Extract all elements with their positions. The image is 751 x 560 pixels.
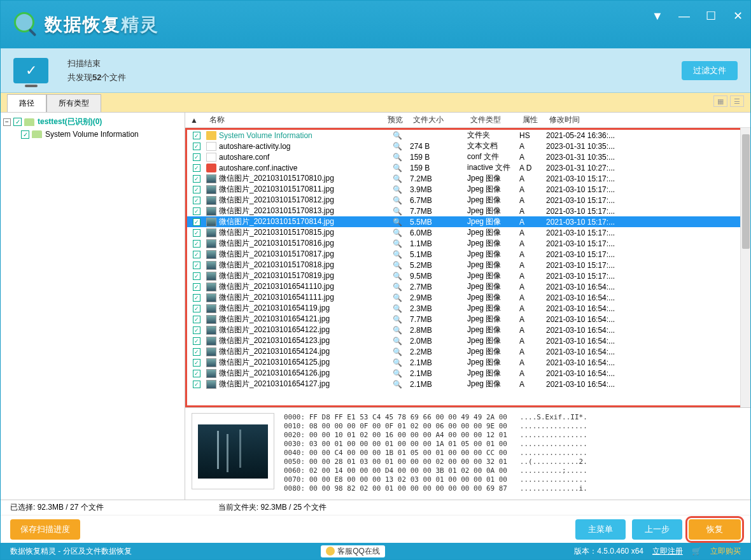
col-size[interactable]: 文件大小 [408,112,465,128]
col-date[interactable]: 修改时间 [544,112,643,128]
file-row[interactable]: ✓微信图片_202103101654126.jpg🔍2.1MBJpeg 图像A2… [187,368,740,379]
magnifier-icon[interactable]: 🔍 [384,304,410,313]
checkbox-icon[interactable]: ✓ [193,283,200,291]
maximize-button[interactable]: ☐ [705,10,717,22]
magnifier-icon[interactable]: 🔍 [384,196,410,205]
dropdown-icon[interactable]: ▼ [651,10,664,22]
checkbox-icon[interactable]: ✓ [193,294,200,302]
tab-types[interactable]: 所有类型 [46,94,101,112]
magnifier-icon[interactable]: 🔍 [384,293,410,302]
file-row[interactable]: ✓微信图片_20210310151708​14.jpg🔍5.5MBJpeg 图像… [187,216,740,227]
magnifier-icon[interactable]: 🔍 [384,272,410,281]
main-menu-button[interactable]: 主菜单 [575,519,626,540]
file-row[interactable]: ✓System Volume Information🔍文件夹HS2021-05-… [187,130,740,141]
register-link[interactable]: 立即注册 [652,546,683,557]
tree-child[interactable]: ✓ System Volume Information [21,129,182,140]
tree-root[interactable]: − ✓ testtest(已识别)(0) [3,115,182,129]
checkbox-icon[interactable]: ✓ [193,229,200,237]
magnifier-icon[interactable]: 🔍 [384,142,410,151]
checkbox-icon[interactable]: ✓ [193,197,200,204]
checkbox-icon[interactable]: ✓ [193,164,200,172]
sort-icon[interactable]: ▲ [185,113,204,127]
file-row[interactable]: ✓autoshare.conf🔍159 Bconf 文件A2023-01-31 … [187,151,740,162]
file-row[interactable]: ✓微信图片_20210310151708​19.jpg🔍9.5MBJpeg 图像… [187,270,740,281]
file-row[interactable]: ✓微信图片_202103101654125.jpg🔍2.1MBJpeg 图像A2… [187,357,740,368]
magnifier-icon[interactable]: 🔍 [384,164,410,172]
collapse-icon[interactable]: − [3,118,11,126]
magnifier-icon[interactable]: 🔍 [384,228,410,237]
magnifier-icon[interactable]: 🔍 [384,131,410,140]
magnifier-icon[interactable]: 🔍 [384,153,410,162]
file-row[interactable]: ✓微信图片_202103101654124.jpg🔍2.2MBJpeg 图像A2… [187,346,740,357]
file-row[interactable]: ✓微信图片_20210310165411​10.jpg🔍2.7MBJpeg 图像… [187,281,740,292]
recover-button[interactable]: 恢复 [689,519,741,540]
magnifier-icon[interactable]: 🔍 [384,174,410,183]
magnifier-icon[interactable]: 🔍 [384,250,410,259]
save-progress-button[interactable]: 保存扫描进度 [10,519,80,540]
close-button[interactable]: ✕ [731,10,744,22]
file-row[interactable]: ✓微信图片_202103101654119.jpg🔍2.3MBJpeg 图像A2… [187,303,740,314]
checkbox-icon[interactable]: ✓ [193,381,200,388]
checkbox-icon[interactable]: ✓ [193,337,200,345]
checkbox-icon[interactable]: ✓ [193,348,200,356]
magnifier-icon[interactable]: 🔍 [384,261,410,270]
checkbox-icon[interactable]: ✓ [193,326,200,334]
magnifier-icon[interactable]: 🔍 [384,185,410,194]
file-row[interactable]: ✓微信图片_20210310151708​15.jpg🔍6.0MBJpeg 图像… [187,227,740,238]
checkbox-icon[interactable]: ✓ [193,240,200,248]
magnifier-icon[interactable]: 🔍 [384,347,410,356]
col-attr[interactable]: 属性 [517,112,544,128]
file-row[interactable]: ✓微信图片_202103101654122.jpg🔍2.8MBJpeg 图像A2… [187,325,740,335]
magnifier-icon[interactable]: 🔍 [384,326,410,335]
file-row[interactable]: ✓微信图片_20210310151708​11.jpg🔍3.9MBJpeg 图像… [187,184,740,195]
file-row[interactable]: ✓微信图片_20210310151708​17.jpg🔍5.1MBJpeg 图像… [187,249,740,260]
scrollbar[interactable] [740,128,750,407]
minimize-button[interactable]: — [678,10,691,22]
tab-path[interactable]: 路径 [7,94,46,112]
checkbox-icon[interactable]: ✓ [193,272,200,280]
magnifier-icon[interactable]: 🔍 [384,218,410,227]
magnifier-icon[interactable]: 🔍 [384,337,410,346]
file-row[interactable]: ✓autoshare.conf.inactive🔍159 Binactive 文… [187,162,740,173]
checkbox-icon[interactable]: ✓ [193,218,200,226]
col-type[interactable]: 文件类型 [465,112,517,128]
file-row[interactable]: ✓微信图片_20210310151708​18.jpg🔍5.2MBJpeg 图像… [187,260,740,270]
file-row[interactable]: ✓微信图片_20210310151708​16.jpg🔍1.1MBJpeg 图像… [187,238,740,249]
checkbox-icon[interactable]: ✓ [193,359,200,367]
checkbox-icon[interactable]: ✓ [193,305,200,312]
file-row[interactable]: ✓微信图片_20210310151708​13.jpg🔍7.7MBJpeg 图像… [187,206,740,216]
magnifier-icon[interactable]: 🔍 [384,239,410,248]
file-row[interactable]: ✓微信图片_20210310165411​11.jpg🔍2.9MBJpeg 图像… [187,292,740,303]
col-name[interactable]: 名称 [204,112,383,128]
col-preview[interactable]: 预览 [383,112,408,128]
checkbox-icon[interactable]: ✓ [193,251,200,258]
checkbox-icon[interactable]: ✓ [193,262,200,269]
checkbox-icon[interactable]: ✓ [193,186,200,193]
checkbox-icon[interactable]: ✓ [193,132,200,139]
file-row[interactable]: ✓微信图片_202103101654127.jpg🔍2.1MBJpeg 图像A2… [187,379,740,389]
qq-support-button[interactable]: 客服QQ在线 [321,545,385,557]
file-row[interactable]: ✓微信图片_202103101654121.jpg🔍7.7MBJpeg 图像A2… [187,314,740,325]
view-list-icon[interactable]: ☰ [730,95,744,107]
checkbox-icon[interactable]: ✓ [193,370,200,377]
magnifier-icon[interactable]: 🔍 [384,358,410,367]
file-row[interactable]: ✓微信图片_20210310151708​10.jpg🔍7.2MBJpeg 图像… [187,173,740,184]
filter-button[interactable]: 过滤文件 [682,61,738,80]
magnifier-icon[interactable]: 🔍 [384,315,410,324]
checkbox-icon[interactable]: ✓ [193,316,200,323]
magnifier-icon[interactable]: 🔍 [384,380,410,389]
view-grid-icon[interactable]: ▦ [713,95,727,107]
file-row[interactable]: ✓微信图片_20210310151708​12.jpg🔍6.7MBJpeg 图像… [187,195,740,206]
checkbox-icon[interactable]: ✓ [193,175,200,183]
checkbox-icon[interactable]: ✓ [13,118,22,126]
file-row[interactable]: ✓autoshare-activity.log🔍274 B文本文档A2023-0… [187,141,740,151]
magnifier-icon[interactable]: 🔍 [384,283,410,291]
checkbox-icon[interactable]: ✓ [193,207,200,215]
checkbox-icon[interactable]: ✓ [21,130,29,139]
file-row[interactable]: ✓微信图片_202103101654123.jpg🔍2.0MBJpeg 图像A2… [187,335,740,346]
magnifier-icon[interactable]: 🔍 [384,369,410,378]
magnifier-icon[interactable]: 🔍 [384,207,410,216]
checkbox-icon[interactable]: ✓ [193,143,200,150]
prev-step-button[interactable]: 上一步 [632,519,682,540]
checkbox-icon[interactable]: ✓ [193,153,200,161]
